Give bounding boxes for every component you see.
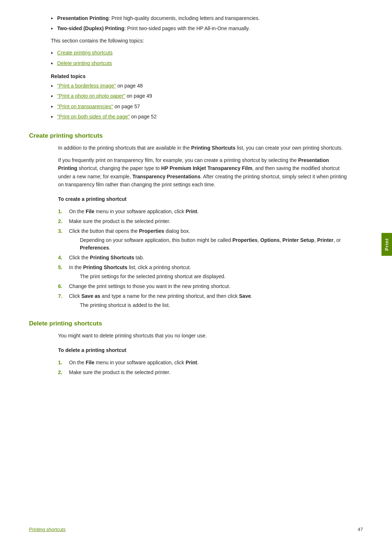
step-text-6: Change the print settings to those you w…: [69, 283, 348, 290]
step-num-4: 4.: [58, 254, 65, 262]
hp-premium-bold: HP Premium Inkjet Transparency Film: [161, 165, 252, 171]
step-text-5: In the Printing Shortcuts list, click a …: [69, 264, 348, 280]
footer-right: 47: [358, 527, 363, 532]
bullet-dot-1: •: [51, 15, 53, 23]
toc-item-delete: • Delete printing shortcuts: [51, 60, 363, 68]
step-text-7: Click Save as and type a name for the ne…: [69, 292, 348, 309]
step-3-extra: Depending on your software application, …: [80, 236, 348, 252]
step-7-extra: The printing shortcut is added to the li…: [80, 301, 348, 309]
related-link-1[interactable]: "Print a borderless image": [57, 83, 116, 89]
related-link-4[interactable]: "Print on both sides of the page": [57, 114, 130, 119]
rel-dot-2: •: [51, 92, 53, 100]
delete-intro: You might want to delete printing shortc…: [58, 332, 348, 340]
delete-section-body: You might want to delete printing shortc…: [58, 332, 348, 376]
presentation-bold: Presentation Printing: [57, 15, 109, 21]
bullet-presentation: • Presentation Printing: Print high-qual…: [51, 15, 363, 23]
create-step-1: 1. On the File menu in your software app…: [58, 208, 348, 215]
top-bullets: • Presentation Printing: Print high-qual…: [51, 15, 363, 33]
transparency-presentations-bold: Transparency Presentations: [132, 174, 201, 179]
toc-dot-2: •: [51, 60, 53, 68]
create-step-6: 6. Change the print settings to those yo…: [58, 283, 348, 290]
step-num-6: 6.: [58, 283, 65, 290]
bullet-duplex: • Two-sided (Duplex) Printing: Print two…: [51, 25, 363, 33]
rel-dot-3: •: [51, 103, 53, 111]
step-num-1: 1.: [58, 208, 65, 215]
toc-item-create: • Create printing shortcuts: [51, 49, 363, 57]
toc-link-delete[interactable]: Delete printing shortcuts: [57, 60, 112, 67]
delete-step-1: 1. On the File menu in your software app…: [58, 359, 348, 366]
create-step-2: 2. Make sure the product is the selected…: [58, 218, 348, 225]
delete-sub-heading: To delete a printing shortcut: [58, 346, 348, 354]
create-para-2: If you frequently print on transparency …: [58, 156, 348, 189]
toc-dot-1: •: [51, 49, 53, 57]
step-5-extra: The print settings for the selected prin…: [80, 273, 348, 280]
create-step-5: 5. In the Printing Shortcuts list, click…: [58, 264, 348, 280]
page-content: • Presentation Printing: Print high-qual…: [0, 0, 392, 408]
related-topics-list: • "Print a borderless image" on page 48 …: [51, 82, 363, 121]
duplex-bold: Two-sided (Duplex) Printing: [57, 25, 124, 31]
bullet-text-2: Two-sided (Duplex) Printing: Print two-s…: [57, 25, 250, 32]
related-text-1: "Print a borderless image" on page 48: [57, 82, 143, 90]
related-link-2[interactable]: "Print a photo on photo paper": [57, 93, 125, 99]
step-text-3: Click the button that opens the Properti…: [69, 227, 348, 252]
del-step-num-1: 1.: [58, 359, 65, 366]
create-section-heading: Create printing shortcuts: [29, 132, 363, 139]
del-step-text-2: Make sure the product is the selected pr…: [69, 369, 348, 376]
step-num-3: 3.: [58, 227, 65, 235]
step-text-2: Make sure the product is the selected pr…: [69, 218, 348, 225]
footer: Printing shortcuts 47: [0, 527, 392, 532]
del-step-text-1: On the File menu in your software applic…: [69, 359, 348, 366]
footer-left: Printing shortcuts: [29, 527, 65, 532]
related-link-3[interactable]: "Print on transparencies": [57, 104, 113, 109]
step-text-4: Click the Printing Shortcuts tab.: [69, 254, 348, 262]
create-step-4: 4. Click the Printing Shortcuts tab.: [58, 254, 348, 262]
right-tab: Print: [381, 233, 392, 256]
bullet-text-1: Presentation Printing: Print high-qualit…: [57, 15, 260, 22]
delete-section-heading: Delete printing shortcuts: [29, 320, 363, 327]
related-text-3: "Print on transparencies" on page 57: [57, 103, 140, 110]
related-item-2: • "Print a photo on photo paper" on page…: [51, 92, 363, 100]
section-intro: This section contains the following topi…: [51, 37, 363, 45]
related-item-4: • "Print on both sides of the page" on p…: [51, 113, 363, 121]
create-step-3: 3. Click the button that opens the Prope…: [58, 227, 348, 252]
related-topics-header: Related topics: [51, 73, 363, 79]
printing-shortcuts-bold-1: Printing Shortcuts: [191, 145, 236, 151]
related-item-1: • "Print a borderless image" on page 48: [51, 82, 363, 90]
toc-link-create[interactable]: Create printing shortcuts: [57, 49, 113, 57]
related-text-2: "Print a photo on photo paper" on page 4…: [57, 92, 152, 100]
create-steps-list: 1. On the File menu in your software app…: [58, 208, 348, 309]
step-text-1: On the File menu in your software applic…: [69, 208, 348, 215]
create-step-7: 7. Click Save as and type a name for the…: [58, 292, 348, 309]
related-text-4: "Print on both sides of the page" on pag…: [57, 113, 157, 121]
create-sub-heading: To create a printing shortcut: [58, 195, 348, 203]
step-num-2: 2.: [58, 218, 65, 225]
create-section-body: In addition to the printing shortcuts th…: [58, 144, 348, 309]
create-para-1: In addition to the printing shortcuts th…: [58, 144, 348, 152]
del-step-num-2: 2.: [58, 369, 65, 376]
rel-dot-1: •: [51, 82, 53, 90]
toc-list: • Create printing shortcuts • Delete pri…: [51, 49, 363, 68]
delete-step-2: 2. Make sure the product is the selected…: [58, 369, 348, 376]
related-item-3: • "Print on transparencies" on page 57: [51, 103, 363, 111]
delete-steps-list: 1. On the File menu in your software app…: [58, 359, 348, 376]
step-num-7: 7.: [58, 292, 65, 300]
rel-dot-4: •: [51, 113, 53, 121]
bullet-dot-2: •: [51, 25, 53, 33]
step-num-5: 5.: [58, 264, 65, 271]
